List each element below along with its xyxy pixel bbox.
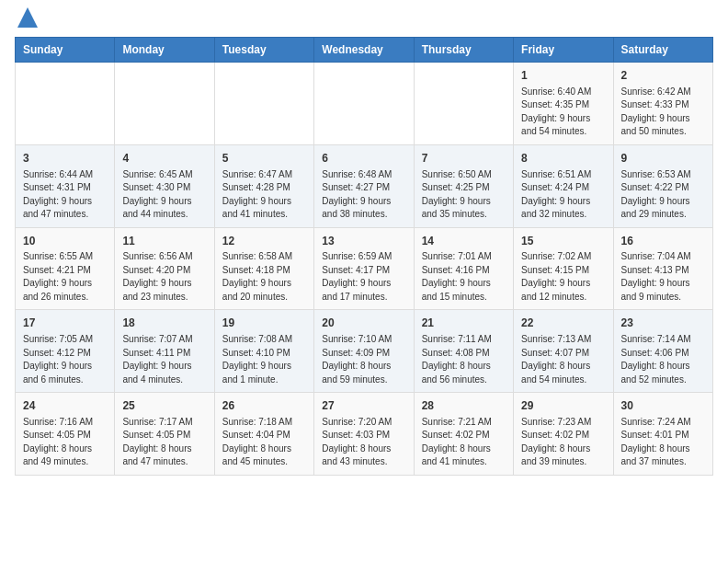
column-header-thursday: Thursday	[414, 38, 513, 63]
calendar-cell: 19Sunrise: 7:08 AM Sunset: 4:10 PM Dayli…	[214, 310, 313, 393]
day-number: 3	[23, 151, 107, 167]
calendar-cell: 27Sunrise: 7:20 AM Sunset: 4:03 PM Dayli…	[314, 393, 414, 476]
day-info: Sunrise: 6:53 AM Sunset: 4:22 PM Dayligh…	[621, 168, 705, 222]
day-number: 8	[521, 151, 605, 167]
calendar-cell: 15Sunrise: 7:02 AM Sunset: 4:15 PM Dayli…	[514, 227, 613, 310]
day-number: 1	[521, 68, 605, 84]
day-info: Sunrise: 7:01 AM Sunset: 4:16 PM Dayligh…	[422, 250, 506, 304]
calendar-cell: 23Sunrise: 7:14 AM Sunset: 4:06 PM Dayli…	[613, 310, 712, 393]
calendar-week-row: 24Sunrise: 7:16 AM Sunset: 4:05 PM Dayli…	[16, 393, 713, 476]
calendar-cell: 28Sunrise: 7:21 AM Sunset: 4:02 PM Dayli…	[414, 393, 513, 476]
calendar-cell: 29Sunrise: 7:23 AM Sunset: 4:02 PM Dayli…	[514, 393, 613, 476]
day-info: Sunrise: 7:18 AM Sunset: 4:04 PM Dayligh…	[222, 416, 306, 469]
day-number: 16	[621, 234, 705, 249]
calendar-cell	[115, 63, 214, 145]
calendar-table: SundayMondayTuesdayWednesdayThursdayFrid…	[15, 37, 713, 476]
day-info: Sunrise: 6:59 AM Sunset: 4:17 PM Dayligh…	[322, 250, 405, 304]
day-number: 18	[122, 316, 206, 331]
day-info: Sunrise: 7:08 AM Sunset: 4:10 PM Dayligh…	[222, 333, 306, 386]
day-number: 20	[322, 316, 405, 331]
calendar-header-row: SundayMondayTuesdayWednesdayThursdayFrid…	[16, 38, 713, 63]
calendar-cell: 26Sunrise: 7:18 AM Sunset: 4:04 PM Dayli…	[214, 393, 313, 476]
day-number: 14	[422, 234, 506, 249]
calendar-cell: 22Sunrise: 7:13 AM Sunset: 4:07 PM Dayli…	[514, 310, 613, 393]
day-info: Sunrise: 6:55 AM Sunset: 4:21 PM Dayligh…	[23, 250, 107, 304]
calendar-cell	[414, 63, 513, 145]
calendar-cell: 16Sunrise: 7:04 AM Sunset: 4:13 PM Dayli…	[613, 227, 712, 310]
day-number: 17	[23, 316, 107, 331]
day-number: 2	[621, 68, 705, 84]
day-info: Sunrise: 6:42 AM Sunset: 4:33 PM Dayligh…	[621, 86, 705, 139]
calendar-cell: 7Sunrise: 6:50 AM Sunset: 4:25 PM Daylig…	[414, 144, 513, 227]
day-info: Sunrise: 7:16 AM Sunset: 4:05 PM Dayligh…	[23, 416, 107, 469]
calendar-cell: 3Sunrise: 6:44 AM Sunset: 4:31 PM Daylig…	[16, 144, 115, 227]
calendar-cell: 8Sunrise: 6:51 AM Sunset: 4:24 PM Daylig…	[514, 144, 613, 227]
calendar-cell	[314, 63, 414, 145]
day-number: 13	[322, 234, 405, 249]
column-header-tuesday: Tuesday	[214, 38, 313, 63]
day-number: 5	[222, 151, 306, 167]
calendar-cell: 17Sunrise: 7:05 AM Sunset: 4:12 PM Dayli…	[16, 310, 115, 393]
day-info: Sunrise: 6:56 AM Sunset: 4:20 PM Dayligh…	[122, 250, 206, 304]
calendar-cell: 30Sunrise: 7:24 AM Sunset: 4:01 PM Dayli…	[613, 393, 712, 476]
day-number: 27	[322, 398, 405, 414]
day-info: Sunrise: 7:20 AM Sunset: 4:03 PM Dayligh…	[322, 416, 405, 469]
day-info: Sunrise: 7:23 AM Sunset: 4:02 PM Dayligh…	[521, 416, 605, 469]
day-info: Sunrise: 6:44 AM Sunset: 4:31 PM Dayligh…	[23, 168, 107, 222]
day-info: Sunrise: 6:47 AM Sunset: 4:28 PM Dayligh…	[222, 168, 306, 222]
calendar-week-row: 3Sunrise: 6:44 AM Sunset: 4:31 PM Daylig…	[16, 144, 713, 227]
column-header-friday: Friday	[514, 38, 613, 63]
day-info: Sunrise: 6:48 AM Sunset: 4:27 PM Dayligh…	[322, 168, 405, 222]
day-info: Sunrise: 7:14 AM Sunset: 4:06 PM Dayligh…	[621, 333, 705, 386]
day-number: 24	[23, 398, 107, 414]
calendar-cell: 18Sunrise: 7:07 AM Sunset: 4:11 PM Dayli…	[115, 310, 214, 393]
calendar-cell: 4Sunrise: 6:45 AM Sunset: 4:30 PM Daylig…	[115, 144, 214, 227]
calendar-cell: 2Sunrise: 6:42 AM Sunset: 4:33 PM Daylig…	[613, 63, 712, 145]
calendar-cell: 24Sunrise: 7:16 AM Sunset: 4:05 PM Dayli…	[16, 393, 115, 476]
day-info: Sunrise: 7:02 AM Sunset: 4:15 PM Dayligh…	[521, 250, 605, 304]
page-header	[15, 15, 713, 28]
calendar-cell: 13Sunrise: 6:59 AM Sunset: 4:17 PM Dayli…	[314, 227, 414, 310]
day-number: 29	[521, 398, 605, 414]
day-info: Sunrise: 6:40 AM Sunset: 4:35 PM Dayligh…	[521, 86, 605, 139]
day-number: 25	[122, 398, 206, 414]
calendar-cell: 9Sunrise: 6:53 AM Sunset: 4:22 PM Daylig…	[613, 144, 712, 227]
calendar-cell	[16, 63, 115, 145]
calendar-cell: 10Sunrise: 6:55 AM Sunset: 4:21 PM Dayli…	[16, 227, 115, 310]
day-info: Sunrise: 7:21 AM Sunset: 4:02 PM Dayligh…	[422, 416, 506, 469]
calendar-cell: 6Sunrise: 6:48 AM Sunset: 4:27 PM Daylig…	[314, 144, 414, 227]
day-number: 4	[122, 151, 206, 167]
calendar-cell: 5Sunrise: 6:47 AM Sunset: 4:28 PM Daylig…	[214, 144, 313, 227]
day-number: 26	[222, 398, 306, 414]
day-info: Sunrise: 6:51 AM Sunset: 4:24 PM Dayligh…	[521, 168, 605, 222]
day-number: 7	[422, 151, 506, 167]
calendar-cell	[214, 63, 313, 145]
calendar-week-row: 10Sunrise: 6:55 AM Sunset: 4:21 PM Dayli…	[16, 227, 713, 310]
calendar-cell: 12Sunrise: 6:58 AM Sunset: 4:18 PM Dayli…	[214, 227, 313, 310]
day-number: 11	[122, 234, 206, 249]
day-info: Sunrise: 7:17 AM Sunset: 4:05 PM Dayligh…	[122, 416, 206, 469]
calendar-cell: 14Sunrise: 7:01 AM Sunset: 4:16 PM Dayli…	[414, 227, 513, 310]
day-info: Sunrise: 7:11 AM Sunset: 4:08 PM Dayligh…	[422, 333, 506, 386]
day-number: 12	[222, 234, 306, 249]
day-number: 9	[621, 151, 705, 167]
day-info: Sunrise: 6:50 AM Sunset: 4:25 PM Dayligh…	[422, 168, 506, 222]
calendar-cell: 20Sunrise: 7:10 AM Sunset: 4:09 PM Dayli…	[314, 310, 414, 393]
calendar-cell: 11Sunrise: 6:56 AM Sunset: 4:20 PM Dayli…	[115, 227, 214, 310]
column-header-wednesday: Wednesday	[314, 38, 414, 63]
calendar-cell: 21Sunrise: 7:11 AM Sunset: 4:08 PM Dayli…	[414, 310, 513, 393]
column-header-sunday: Sunday	[16, 38, 115, 63]
day-info: Sunrise: 7:13 AM Sunset: 4:07 PM Dayligh…	[521, 333, 605, 386]
calendar-cell: 1Sunrise: 6:40 AM Sunset: 4:35 PM Daylig…	[514, 63, 613, 145]
logo	[15, 15, 38, 28]
day-number: 23	[621, 316, 705, 331]
day-info: Sunrise: 7:04 AM Sunset: 4:13 PM Dayligh…	[621, 250, 705, 304]
day-number: 30	[621, 398, 705, 414]
day-info: Sunrise: 6:45 AM Sunset: 4:30 PM Dayligh…	[122, 168, 206, 222]
day-info: Sunrise: 7:24 AM Sunset: 4:01 PM Dayligh…	[621, 416, 705, 469]
column-header-saturday: Saturday	[613, 38, 712, 63]
svg-marker-0	[17, 7, 38, 28]
day-info: Sunrise: 7:05 AM Sunset: 4:12 PM Dayligh…	[23, 333, 107, 386]
calendar-week-row: 17Sunrise: 7:05 AM Sunset: 4:12 PM Dayli…	[16, 310, 713, 393]
calendar-cell: 25Sunrise: 7:17 AM Sunset: 4:05 PM Dayli…	[115, 393, 214, 476]
